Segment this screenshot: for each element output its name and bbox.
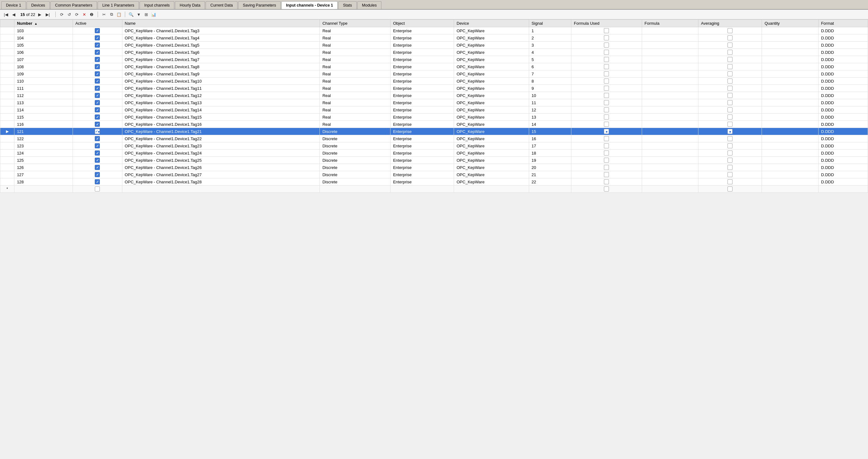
formula-used-checkbox[interactable] <box>604 143 609 148</box>
averaging-checkbox[interactable] <box>727 143 733 148</box>
formula-used-checkbox[interactable] <box>604 57 609 62</box>
active-checkbox[interactable] <box>95 86 100 91</box>
cell-active[interactable] <box>72 92 122 99</box>
new-cell-averaging[interactable] <box>699 186 762 193</box>
active-checkbox[interactable] <box>95 71 100 76</box>
cell-active[interactable] <box>72 41 122 49</box>
averaging-checkbox[interactable] <box>727 122 733 127</box>
averaging-checkbox[interactable] <box>727 179 733 184</box>
cell-averaging[interactable] <box>699 92 762 99</box>
new-active-checkbox[interactable] <box>95 186 100 191</box>
cell-active[interactable] <box>72 114 122 121</box>
tab-common-params[interactable]: Common Parameters <box>51 1 97 9</box>
averaging-checkbox[interactable] <box>727 57 733 62</box>
cell-formula-used[interactable] <box>571 121 642 128</box>
new-row[interactable]: * <box>0 186 868 193</box>
cell-averaging[interactable] <box>699 178 762 186</box>
cell-averaging[interactable] <box>699 99 762 106</box>
cell-active[interactable] <box>72 135 122 142</box>
table-row[interactable]: 116OPC_KepWare - Channel1.Device1.Tag16R… <box>0 121 868 128</box>
cell-formula-used[interactable] <box>571 178 642 186</box>
cell-averaging[interactable] <box>699 114 762 121</box>
averaging-checkbox[interactable] <box>727 79 733 84</box>
formula-used-checkbox[interactable] <box>604 79 609 84</box>
cell-averaging[interactable] <box>699 49 762 56</box>
formula-used-checkbox[interactable]: ■ <box>604 129 609 134</box>
formula-used-checkbox[interactable] <box>604 100 609 105</box>
refresh-button[interactable]: ⟳ <box>58 11 65 18</box>
cell-averaging[interactable] <box>699 85 762 92</box>
active-checkbox[interactable] <box>95 115 100 120</box>
tab-current-data[interactable]: Current Data <box>206 1 238 9</box>
table-row[interactable]: 108OPC_KepWare - Channel1.Device1.Tag8Re… <box>0 63 868 70</box>
table-row[interactable]: 106OPC_KepWare - Channel1.Device1.Tag6Re… <box>0 49 868 56</box>
cell-averaging[interactable] <box>699 56 762 63</box>
cell-formula-used[interactable] <box>571 70 642 78</box>
next-page-button[interactable]: ▶ <box>36 11 43 18</box>
cell-active[interactable] <box>72 49 122 56</box>
active-checkbox[interactable] <box>95 172 100 177</box>
copy-button[interactable]: ⧉ <box>108 11 115 18</box>
export-button[interactable]: 📊 <box>150 11 157 18</box>
table-row[interactable]: 114OPC_KepWare - Channel1.Device1.Tag14R… <box>0 106 868 114</box>
formula-used-checkbox[interactable] <box>604 71 609 76</box>
tab-device1[interactable]: Device 1 <box>1 1 26 9</box>
delete-button[interactable]: ✕ <box>81 11 88 18</box>
cell-averaging[interactable] <box>699 41 762 49</box>
cell-formula-used[interactable] <box>571 135 642 142</box>
cut-button[interactable]: ✂ <box>100 11 107 18</box>
first-page-button[interactable]: |◀ <box>2 11 9 18</box>
cell-averaging[interactable] <box>699 157 762 164</box>
cell-averaging[interactable] <box>699 150 762 157</box>
averaging-checkbox[interactable] <box>727 93 733 98</box>
table-row[interactable]: 110OPC_KepWare - Channel1.Device1.Tag10R… <box>0 78 868 85</box>
formula-used-checkbox[interactable] <box>604 122 609 127</box>
active-checkbox[interactable] <box>95 28 100 33</box>
duplicate-button[interactable]: ❷ <box>88 11 95 18</box>
grid-button[interactable]: ⊞ <box>143 11 150 18</box>
tab-saving-params[interactable]: Saving Parameters <box>238 1 281 9</box>
cell-formula-used[interactable] <box>571 27 642 34</box>
table-row[interactable]: 113OPC_KepWare - Channel1.Device1.Tag13R… <box>0 99 868 106</box>
cell-active[interactable] <box>72 70 122 78</box>
cell-averaging[interactable] <box>699 27 762 34</box>
cell-formula-used[interactable] <box>571 106 642 114</box>
tab-line1-params[interactable]: Line 1 Parameters <box>98 1 139 9</box>
table-row[interactable]: 104OPC_KepWare - Channel1.Device1.Tag4Re… <box>0 34 868 41</box>
filter-button[interactable]: ▼ <box>135 11 142 18</box>
table-row[interactable]: 127OPC_KepWare - Channel1.Device1.Tag27D… <box>0 171 868 178</box>
table-row[interactable]: 123OPC_KepWare - Channel1.Device1.Tag23D… <box>0 142 868 150</box>
cell-averaging[interactable] <box>699 171 762 178</box>
cell-formula-used[interactable] <box>571 92 642 99</box>
active-checkbox[interactable] <box>95 57 100 62</box>
active-checkbox[interactable] <box>95 143 100 148</box>
prev-page-button[interactable]: ◀ <box>10 11 17 18</box>
tab-modules[interactable]: Modules <box>357 1 381 9</box>
cell-formula-used[interactable] <box>571 85 642 92</box>
cell-active[interactable] <box>72 34 122 41</box>
tab-devices[interactable]: Devices <box>27 1 50 9</box>
cell-averaging[interactable] <box>699 164 762 171</box>
active-checkbox[interactable] <box>95 122 100 127</box>
active-checkbox[interactable] <box>95 93 100 98</box>
sync-button[interactable]: ⟳ <box>73 11 80 18</box>
active-checkbox[interactable] <box>95 165 100 170</box>
cell-active[interactable] <box>72 171 122 178</box>
cell-active[interactable] <box>72 164 122 171</box>
formula-used-checkbox[interactable] <box>604 115 609 120</box>
cell-active[interactable] <box>72 106 122 114</box>
cell-active[interactable] <box>72 142 122 150</box>
averaging-checkbox[interactable]: ■ <box>727 129 733 134</box>
cell-formula-used[interactable] <box>571 142 642 150</box>
cell-formula-used[interactable] <box>571 164 642 171</box>
averaging-checkbox[interactable] <box>727 86 733 91</box>
active-checkbox[interactable] <box>95 35 100 40</box>
table-row[interactable]: 126OPC_KepWare - Channel1.Device1.Tag26D… <box>0 164 868 171</box>
col-number[interactable]: Number ▲ <box>14 20 73 27</box>
formula-used-checkbox[interactable] <box>604 64 609 69</box>
cell-active[interactable] <box>72 78 122 85</box>
active-checkbox[interactable] <box>95 136 100 141</box>
cell-active[interactable] <box>72 27 122 34</box>
cell-formula-used[interactable] <box>571 171 642 178</box>
formula-used-checkbox[interactable] <box>604 158 609 163</box>
